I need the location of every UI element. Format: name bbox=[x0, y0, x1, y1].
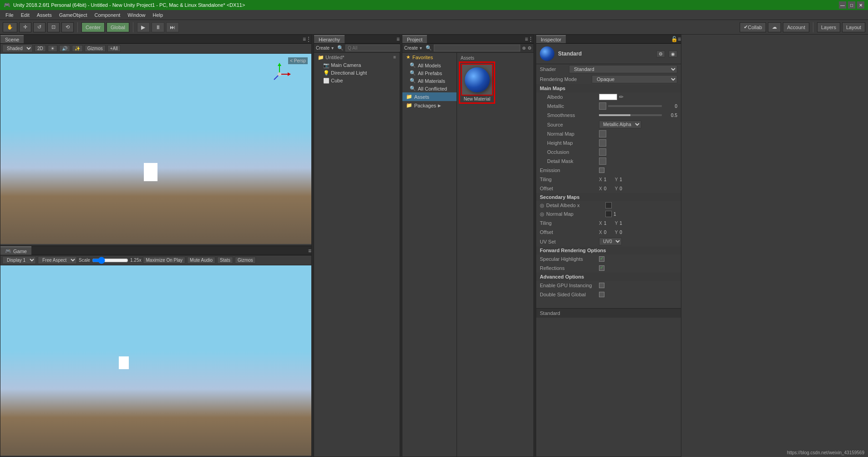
source-select[interactable]: Metallic Alpha bbox=[599, 121, 641, 128]
toolbar-collab[interactable]: ✔ Collab bbox=[740, 22, 766, 32]
scene-audio-btn[interactable]: 🔊 bbox=[59, 45, 70, 52]
metallic-texture-slot[interactable] bbox=[599, 102, 606, 110]
fav-all-models[interactable]: 🔍 All Models bbox=[402, 61, 457, 69]
fav-all-conflicted[interactable]: 🔍 All Conflicted bbox=[402, 85, 457, 92]
toolbar-pause[interactable]: ⏸ bbox=[152, 22, 164, 32]
maximize-button[interactable]: □ bbox=[848, 1, 855, 9]
scene-2d-btn[interactable]: 2D bbox=[35, 45, 46, 52]
game-tab[interactable]: 🎮 Game bbox=[0, 246, 31, 255]
hierarchy-light-label: Directional Light bbox=[331, 70, 367, 76]
gpu-instancing-checkbox[interactable] bbox=[599, 283, 604, 288]
menu-window[interactable]: Window bbox=[124, 11, 149, 19]
material-options-btn[interactable]: ⚙ bbox=[656, 51, 665, 57]
hierarchy-scene-root[interactable]: 📁 Untitled* ≡ bbox=[314, 54, 400, 61]
game-panel: 🎮 Game ≡ Display 1 Free Aspect Scale 1.2… bbox=[0, 246, 312, 457]
scene-tab[interactable]: Scene bbox=[0, 35, 24, 43]
project-panel-close[interactable]: ≡ bbox=[525, 35, 528, 43]
rendering-mode-select[interactable]: Opaque bbox=[592, 75, 677, 83]
game-aspect-select[interactable]: Free Aspect bbox=[38, 256, 77, 264]
toolbar-global[interactable]: Global bbox=[107, 22, 129, 32]
hierarchy-create-btn[interactable]: Create bbox=[316, 46, 330, 51]
scene-shading-select[interactable]: Shaded bbox=[2, 45, 33, 52]
fav-all-materials[interactable]: 🔍 All Materials bbox=[402, 77, 457, 85]
project-search-input[interactable] bbox=[434, 45, 520, 51]
menu-edit[interactable]: Edit bbox=[17, 11, 33, 19]
menu-file[interactable]: File bbox=[2, 11, 17, 19]
height-map-slot[interactable] bbox=[599, 139, 606, 147]
detail-mask-slot[interactable] bbox=[599, 157, 606, 165]
hierarchy-panel-close[interactable]: ≡ bbox=[396, 35, 400, 43]
normal-map-slot[interactable] bbox=[599, 130, 606, 137]
asset-new-material[interactable]: New Material bbox=[459, 61, 495, 104]
uv-set-select[interactable]: UV0 bbox=[599, 238, 622, 245]
shader-select[interactable]: Standard bbox=[569, 65, 677, 73]
inspector-panel-close[interactable]: ≡ bbox=[678, 35, 681, 43]
toolbar-layers[interactable]: Layers bbox=[817, 22, 840, 32]
occlusion-slot[interactable] bbox=[599, 148, 606, 156]
hierarchy-search-input[interactable] bbox=[345, 45, 408, 51]
toolbar-step[interactable]: ⏭ bbox=[166, 22, 179, 32]
toolbar-cloud[interactable]: ☁ bbox=[768, 22, 781, 32]
scene-all-btn[interactable]: +All bbox=[107, 45, 121, 52]
game-scale-slider[interactable] bbox=[92, 257, 128, 264]
favorites-header[interactable]: ★ Favorites bbox=[402, 53, 457, 61]
project-tab[interactable]: Project bbox=[402, 35, 427, 43]
scene-gizmos-btn[interactable]: Gizmos bbox=[85, 45, 106, 52]
game-maximize-btn[interactable]: Maximize On Play bbox=[143, 257, 185, 264]
material-select-btn[interactable]: ◉ bbox=[669, 51, 677, 57]
hierarchy-tab[interactable]: Hierarchy bbox=[314, 35, 345, 43]
toolbar-center[interactable]: Center bbox=[81, 22, 105, 32]
toolbar-account[interactable]: Account bbox=[783, 22, 809, 32]
toolbar-rect[interactable]: ⊡ bbox=[47, 22, 60, 32]
toolbar-play[interactable]: ▶ bbox=[137, 22, 150, 32]
close-button[interactable]: ✕ bbox=[857, 1, 864, 9]
hierarchy-item-main-camera[interactable]: 📷 Main Camera bbox=[314, 61, 400, 69]
emission-checkbox[interactable] bbox=[599, 168, 604, 173]
menu-help[interactable]: Help bbox=[149, 11, 167, 19]
fav-all-prefabs[interactable]: 🔍 All Prefabs bbox=[402, 69, 457, 77]
menu-gameobject[interactable]: GameObject bbox=[56, 11, 91, 19]
hierarchy-item-directional-light[interactable]: 💡 Directional Light bbox=[314, 69, 400, 77]
toolbar-refresh[interactable]: ↺ bbox=[33, 22, 46, 32]
fav-prefabs-label: All Prefabs bbox=[418, 71, 442, 76]
offset-y-value: 0 bbox=[619, 186, 629, 191]
sec-tiling-inputs: X 1 Y 1 bbox=[599, 221, 677, 226]
toolbar-transform[interactable]: ⟲ bbox=[61, 22, 74, 32]
detail-albedo-slot[interactable] bbox=[605, 202, 612, 208]
toolbar-hand-tool[interactable]: ✋ bbox=[3, 22, 17, 32]
game-icon: 🎮 bbox=[5, 248, 11, 254]
menu-component[interactable]: Component bbox=[91, 11, 124, 19]
albedo-edit-icon[interactable]: ✏ bbox=[619, 94, 624, 100]
scene-panel-menu[interactable]: ⋮ bbox=[306, 35, 311, 43]
reflections-checkbox[interactable] bbox=[599, 265, 604, 271]
game-panel-close[interactable]: ≡ bbox=[308, 246, 311, 255]
scene-tab-label: Scene bbox=[5, 37, 19, 42]
game-gizmos-btn[interactable]: Gizmos bbox=[235, 257, 256, 264]
rendering-mode-label: Rendering Mode bbox=[540, 76, 590, 82]
game-stats-btn[interactable]: Stats bbox=[217, 257, 233, 264]
sec-normal-slot[interactable] bbox=[605, 211, 612, 217]
inspector-lock-btn[interactable]: 🔓 bbox=[671, 35, 678, 43]
game-display-select[interactable]: Display 1 bbox=[2, 256, 36, 264]
scene-viewport[interactable]: < Persp bbox=[0, 54, 311, 244]
folder-assets[interactable]: 📁 Assets bbox=[402, 92, 457, 101]
hierarchy-item-cube[interactable]: ⬜ Cube bbox=[314, 77, 400, 85]
double-sided-checkbox[interactable] bbox=[599, 292, 604, 297]
sec-normal-map-row: ◎ Normal Map 1 bbox=[536, 209, 681, 218]
menu-assets[interactable]: Assets bbox=[33, 11, 56, 19]
specular-checkbox[interactable] bbox=[599, 256, 604, 262]
scene-panel-close[interactable]: ≡ bbox=[303, 35, 306, 43]
scene-fx-btn[interactable]: ✨ bbox=[72, 45, 83, 52]
scene-lights-btn[interactable]: ☀ bbox=[48, 45, 57, 52]
game-viewport[interactable] bbox=[0, 265, 311, 456]
folder-packages[interactable]: 📁 Packages ▶ bbox=[402, 101, 457, 110]
minimize-button[interactable]: — bbox=[839, 1, 846, 9]
game-mute-btn[interactable]: Mute Audio bbox=[187, 257, 215, 264]
hierarchy-cube-label: Cube bbox=[331, 78, 343, 83]
project-create-btn[interactable]: Create bbox=[404, 46, 418, 51]
toolbar-move-tool[interactable]: ✛ bbox=[19, 22, 31, 32]
toolbar-layout[interactable]: Layout bbox=[842, 22, 865, 32]
project-panel-menu[interactable]: ⋮ bbox=[528, 35, 533, 43]
albedo-color-swatch[interactable] bbox=[599, 94, 617, 100]
inspector-tab[interactable]: Inspector bbox=[536, 35, 566, 43]
